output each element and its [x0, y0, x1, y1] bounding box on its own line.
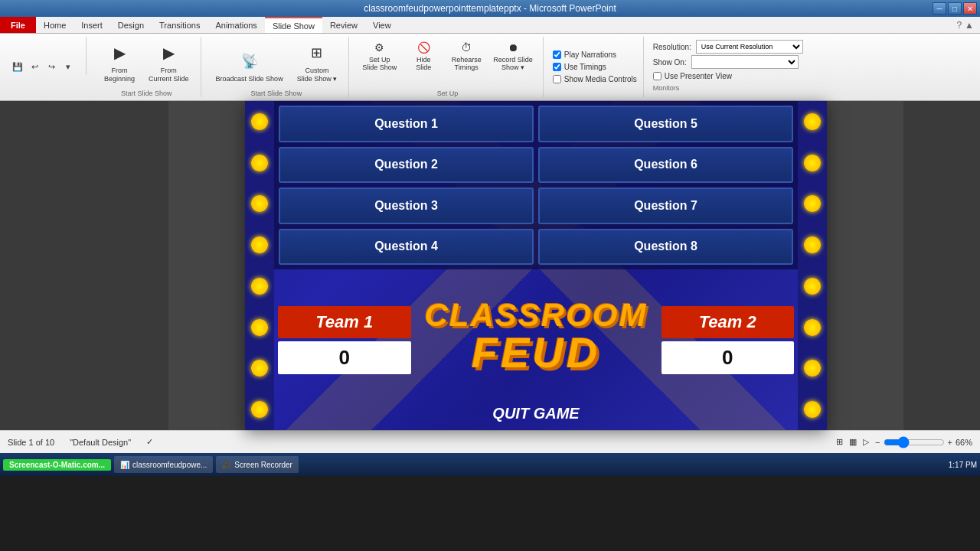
separator-1 — [86, 37, 87, 75]
tab-transitions[interactable]: Transitions — [152, 17, 207, 33]
quit-game-button[interactable]: QUIT GAME — [274, 405, 798, 430]
question-3-button[interactable]: Question 3 — [279, 187, 534, 224]
question-6-button[interactable]: Question 6 — [538, 147, 793, 184]
save-quick-button[interactable]: 💾 — [11, 60, 24, 74]
questions-grid: Question 1 Question 5 Question 2 Questio… — [274, 101, 798, 269]
zoom-slider[interactable] — [884, 436, 945, 448]
broadcast-button[interactable]: 📡 Broadcast Slide Show — [211, 45, 289, 87]
hide-slide-button[interactable]: 🚫 HideSlide — [403, 37, 443, 74]
record-slideshow-button[interactable]: ⏺ Record SlideShow ▾ — [489, 37, 537, 74]
question-5-button[interactable]: Question 5 — [538, 106, 793, 142]
question-2-button[interactable]: Question 2 — [279, 147, 534, 184]
question-4-button[interactable]: Question 4 — [279, 229, 534, 266]
light-dot — [804, 236, 821, 253]
main-area: Question 1 Question 5 Question 2 Questio… — [0, 101, 980, 430]
resolution-row: Resolution: Use Current Resolution — [653, 40, 803, 54]
broadcast-buttons-row: 📡 Broadcast Slide Show ⊞ CustomSlide Sho… — [211, 37, 343, 87]
broadcast-label-group: Start Slide Show — [251, 90, 302, 97]
custom-slideshow-button[interactable]: ⊞ CustomSlide Show ▾ — [292, 37, 343, 87]
theme-info: "Default Design" — [70, 438, 131, 447]
slide-info: Slide 1 of 10 — [8, 438, 54, 447]
minimize-ribbon-icon[interactable]: ▲ — [965, 20, 974, 31]
play-narrations-checkbox[interactable]: Play Narrations — [553, 51, 637, 59]
quick-access-more[interactable]: ▾ — [61, 60, 75, 74]
team1-name-button[interactable]: Team 1 — [278, 306, 411, 338]
right-panel — [903, 101, 980, 430]
custom-icon: ⊞ — [305, 41, 329, 65]
question-7-button[interactable]: Question 7 — [538, 187, 793, 224]
light-dot — [251, 278, 268, 295]
from-current-slide-button[interactable]: ▶ FromCurrent Slide — [143, 37, 194, 87]
zoom-in-button[interactable]: + — [948, 438, 952, 447]
zoom-level: 66% — [956, 438, 972, 447]
tab-view[interactable]: View — [365, 17, 399, 33]
setup-icon: ⚙ — [371, 39, 388, 56]
view-normal-icon[interactable]: ⊞ — [836, 437, 843, 447]
broadcast-icon: 📡 — [237, 49, 262, 73]
light-dot — [804, 401, 821, 418]
show-media-checkbox[interactable]: Show Media Controls — [553, 75, 637, 83]
tab-review[interactable]: Review — [322, 17, 365, 33]
broadcast-label: Broadcast Slide Show — [216, 75, 283, 83]
tab-home[interactable]: Home — [36, 17, 74, 33]
from-beginning-button[interactable]: ▶ FromBeginning — [99, 37, 140, 87]
presenter-view-checkbox[interactable]: Use Presenter View — [653, 72, 803, 80]
view-slider-icon[interactable]: ▦ — [849, 437, 857, 447]
minimize-button[interactable]: ─ — [933, 2, 946, 15]
set-up-slideshow-button[interactable]: ⚙ Set UpSlide Show — [358, 37, 400, 74]
light-dot — [251, 360, 268, 377]
rehearse-timings-button[interactable]: ⏱ RehearseTimings — [446, 37, 486, 74]
monitors-label: Monitors — [653, 84, 803, 92]
light-dot — [251, 155, 268, 171]
slide-canvas: Question 1 Question 5 Question 2 Questio… — [245, 101, 827, 430]
recorder-taskbar-item[interactable]: 🎥 Screen Recorder — [216, 456, 299, 473]
light-dot — [804, 195, 821, 212]
bottom-section: Team 1 0 CLASSROOM FEUD Team 2 0 — [274, 269, 798, 430]
tab-file[interactable]: File — [0, 17, 36, 33]
help-icon[interactable]: ? — [956, 20, 962, 31]
resolution-select[interactable]: Use Current Resolution — [696, 40, 803, 54]
screencast-brand[interactable]: Screencast-O-Matic.com... — [3, 459, 111, 471]
show-on-label: Show On: — [653, 58, 687, 67]
custom-label: CustomSlide Show ▾ — [297, 67, 338, 83]
record-icon: ⏺ — [505, 39, 521, 56]
tab-insert[interactable]: Insert — [74, 17, 110, 33]
ribbon-tabs: File Home Insert Design Transitions Anim… — [0, 17, 980, 34]
close-button[interactable]: ✕ — [963, 2, 977, 15]
toolbar: 💾 ↩ ↪ ▾ ▶ FromBeginning ▶ FromCurrent Sl… — [0, 34, 980, 101]
tab-design[interactable]: Design — [110, 17, 152, 33]
light-dot — [251, 113, 268, 130]
team2-name-button[interactable]: Team 2 — [662, 306, 795, 338]
start-slideshow-label: Start Slide Show — [121, 90, 172, 97]
setup-buttons-row: ⚙ Set UpSlide Show 🚫 HideSlide ⏱ Rehears… — [358, 37, 537, 74]
rehearse-icon: ⏱ — [458, 39, 475, 56]
tab-animations[interactable]: Animations — [207, 17, 264, 33]
light-dot — [251, 319, 268, 336]
resolution-label: Resolution: — [653, 43, 691, 51]
question-1-button[interactable]: Question 1 — [279, 106, 534, 142]
powerpoint-label: classroomfeudpowe... — [132, 461, 207, 469]
narrations-group: Play Narrations Use Timings Show Media C… — [547, 37, 644, 97]
view-slideshow-icon[interactable]: ▷ — [863, 437, 869, 447]
redo-quick-button[interactable]: ↪ — [44, 60, 58, 74]
powerpoint-taskbar-item[interactable]: 📊 classroomfeudpowe... — [114, 456, 213, 473]
from-beginning-icon: ▶ — [107, 41, 132, 65]
start-slideshow-group: ▶ FromBeginning ▶ FromCurrent Slide Star… — [93, 37, 201, 97]
lights-left — [245, 101, 274, 430]
use-timings-checkbox[interactable]: Use Timings — [553, 63, 637, 71]
show-on-select[interactable] — [691, 55, 799, 69]
tab-slideshow[interactable]: Slide Show — [265, 17, 322, 33]
light-dot — [804, 155, 821, 171]
slide-panel: Question 1 Question 5 Question 2 Questio… — [168, 101, 903, 430]
monitors-group: Resolution: Use Current Resolution Show … — [647, 37, 809, 97]
title-bar: classroomfeudpowerpointtemplatepptx - Mi… — [0, 0, 980, 17]
question-8-button[interactable]: Question 8 — [538, 229, 793, 266]
maximize-button[interactable]: □ — [948, 2, 962, 15]
powerpoint-icon: 📊 — [120, 461, 129, 469]
start-buttons-row: ▶ FromBeginning ▶ FromCurrent Slide — [99, 37, 194, 87]
zoom-out-button[interactable]: − — [875, 438, 880, 447]
window-title: classroomfeudpowerpointtemplatepptx - Mi… — [364, 3, 616, 14]
undo-quick-button[interactable]: ↩ — [28, 60, 41, 74]
feud-feud-text: FEUD — [425, 331, 648, 374]
window-controls[interactable]: ─ □ ✕ — [933, 2, 977, 15]
